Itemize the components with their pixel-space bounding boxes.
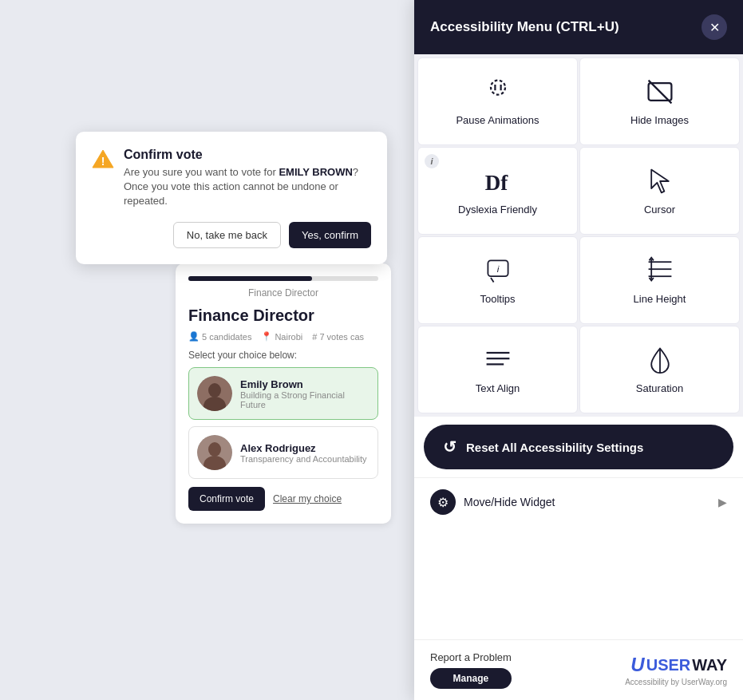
tooltips-icon: i	[484, 256, 512, 285]
candidate-emily-name: Emily Brown	[240, 378, 370, 390]
chevron-right-icon: ▶	[718, 496, 727, 508]
voting-meta: 👤 5 candidates 📍 Nairobi # 7 votes cas	[188, 331, 378, 342]
candidate-alex-desc: Transparency and Accountability	[240, 454, 367, 464]
close-accessibility-button[interactable]: ✕	[702, 14, 727, 40]
candidate-alex-name: Alex Rodriguez	[240, 442, 367, 454]
svg-text:Df: Df	[484, 170, 508, 194]
pause-animations-icon	[484, 77, 512, 106]
warning-icon: !	[92, 148, 114, 170]
saturation-icon	[646, 346, 674, 374]
line-height-icon	[646, 256, 674, 285]
saturation-label: Saturation	[636, 382, 683, 394]
clear-choice-button[interactable]: Clear my choice	[273, 493, 342, 504]
voting-subtitle: Finance Director	[188, 287, 378, 299]
tile-cursor[interactable]: Cursor	[579, 147, 740, 235]
modal-text: Are you sure you want to vote for EMILY …	[124, 165, 371, 209]
progress-bar-container	[188, 276, 378, 281]
svg-marker-14	[651, 169, 669, 192]
svg-text:!: !	[101, 155, 105, 168]
svg-point-3	[208, 383, 221, 397]
dyslexia-info-badge: i	[425, 154, 439, 168]
tile-line-height[interactable]: Line Height	[579, 236, 740, 324]
tooltips-label: Tooltips	[480, 293, 515, 305]
no-button[interactable]: No, take me back	[173, 222, 281, 248]
tile-tooltips[interactable]: i Tooltips	[417, 236, 578, 324]
gear-icon: ⚙	[430, 489, 456, 515]
footer-left: Report a Problem Manage	[430, 651, 512, 689]
move-hide-widget[interactable]: ⚙ Move/Hide Widget ▶	[414, 477, 743, 526]
voting-card: Finance Director Finance Director 👤 5 ca…	[176, 263, 391, 524]
line-height-label: Line Height	[634, 293, 686, 305]
candidate-emily[interactable]: Emily Brown Building a Strong Financial …	[188, 367, 378, 420]
modal-title: Confirm vote	[124, 148, 371, 162]
voting-select-label: Select your choice below:	[188, 350, 378, 361]
meta-location: 📍 Nairobi	[261, 331, 302, 342]
pause-animations-label: Pause Animations	[456, 114, 539, 126]
meta-candidates: 👤 5 candidates	[188, 331, 251, 342]
candidate-emily-desc: Building a Strong Financial Future	[240, 390, 370, 409]
text-align-icon	[484, 346, 512, 374]
svg-text:i: i	[496, 263, 499, 273]
move-widget-label: Move/Hide Widget	[464, 496, 710, 508]
svg-point-6	[208, 442, 221, 457]
manage-button[interactable]: Manage	[430, 668, 512, 689]
candidate-alex[interactable]: Alex Rodriguez Transparency and Accounta…	[188, 426, 378, 479]
text-align-label: Text Align	[476, 382, 520, 394]
accessibility-header: Accessibility Menu (CTRL+U) ✕	[414, 0, 743, 54]
userway-way-text: WAY	[692, 656, 727, 674]
modal-buttons: No, take me back Yes, confirm	[92, 222, 371, 248]
userway-logo: U USERWAY Accessibility by UserWay.org	[625, 654, 727, 686]
confirm-vote-button[interactable]: Confirm vote	[188, 487, 265, 511]
candidate-alex-avatar	[197, 435, 232, 470]
dyslexia-icon: Df	[484, 167, 512, 196]
hide-images-label: Hide Images	[630, 114, 689, 126]
reset-accessibility-button[interactable]: ↺ Reset All Accessibility Settings	[424, 425, 733, 469]
svg-point-8	[491, 80, 505, 94]
candidate-emily-avatar	[197, 376, 232, 411]
accessibility-title: Accessibility Menu (CTRL+U)	[430, 19, 619, 35]
tile-dyslexia-friendly[interactable]: i Df Dyslexia Friendly	[417, 147, 578, 235]
voting-title: Finance Director	[188, 306, 378, 325]
yes-confirm-button[interactable]: Yes, confirm	[289, 222, 371, 248]
userway-brand: U USERWAY	[630, 654, 727, 676]
accessibility-footer: Report a Problem Manage U USERWAY Access…	[414, 639, 743, 700]
cursor-icon	[646, 167, 674, 196]
close-icon: ✕	[709, 20, 720, 35]
dyslexia-label: Dyslexia Friendly	[458, 204, 537, 216]
meta-votes: # 7 votes cas	[312, 331, 364, 342]
tile-pause-animations[interactable]: Pause Animations	[417, 57, 578, 145]
reset-icon: ↺	[443, 437, 456, 457]
svg-line-16	[491, 278, 494, 282]
tile-text-align[interactable]: Text Align	[417, 326, 578, 413]
userway-tagline: Accessibility by UserWay.org	[625, 678, 727, 686]
cursor-label: Cursor	[644, 204, 675, 216]
accessibility-grid: Pause Animations Hide Images i Df Dyslex…	[414, 54, 743, 417]
hide-images-icon	[646, 77, 674, 106]
progress-bar-fill	[188, 276, 312, 281]
accessibility-panel: Accessibility Menu (CTRL+U) ✕ Pause Anim…	[414, 0, 743, 700]
modal-header: ! Confirm vote Are you sure you want to …	[92, 148, 371, 209]
userway-user-text: USER	[646, 656, 691, 674]
voting-card-buttons: Confirm vote Clear my choice	[188, 487, 378, 511]
tile-saturation[interactable]: Saturation	[579, 326, 740, 413]
userway-u-icon: U	[630, 654, 644, 676]
reset-label: Reset All Accessibility Settings	[466, 441, 643, 454]
confirm-vote-modal: ! Confirm vote Are you sure you want to …	[76, 132, 387, 264]
report-problem-link[interactable]: Report a Problem	[430, 651, 512, 663]
tile-hide-images[interactable]: Hide Images	[579, 57, 740, 145]
